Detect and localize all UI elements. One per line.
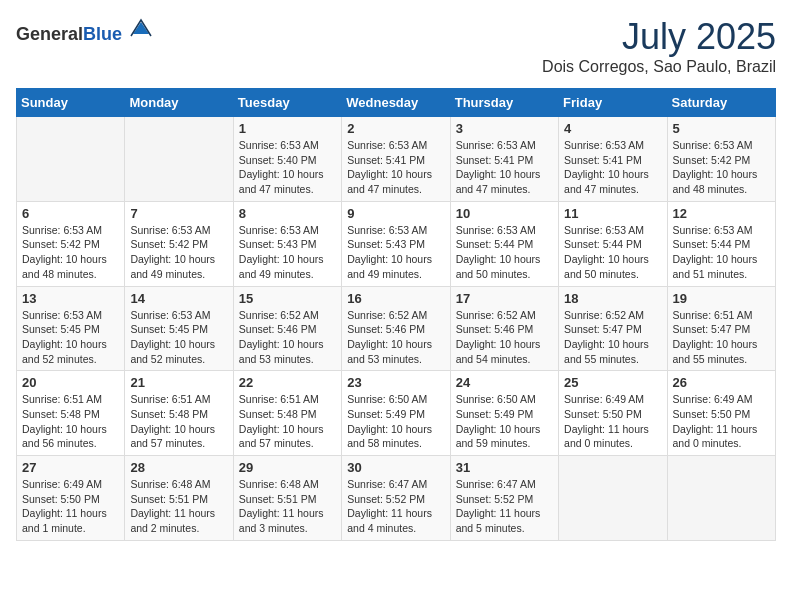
day-info: Sunrise: 6:53 AM Sunset: 5:40 PM Dayligh… [239,138,336,197]
calendar-day-cell [559,456,667,541]
day-number: 19 [673,291,770,306]
calendar-day-cell: 14Sunrise: 6:53 AM Sunset: 5:45 PM Dayli… [125,286,233,371]
day-info: Sunrise: 6:53 AM Sunset: 5:43 PM Dayligh… [347,223,444,282]
day-info: Sunrise: 6:53 AM Sunset: 5:44 PM Dayligh… [673,223,770,282]
calendar-day-cell: 11Sunrise: 6:53 AM Sunset: 5:44 PM Dayli… [559,201,667,286]
day-number: 14 [130,291,227,306]
weekday-header-friday: Friday [559,89,667,117]
weekday-header-row: SundayMondayTuesdayWednesdayThursdayFrid… [17,89,776,117]
day-info: Sunrise: 6:52 AM Sunset: 5:46 PM Dayligh… [347,308,444,367]
weekday-header-tuesday: Tuesday [233,89,341,117]
logo-blue: Blue [83,24,122,44]
calendar-day-cell: 19Sunrise: 6:51 AM Sunset: 5:47 PM Dayli… [667,286,775,371]
day-number: 20 [22,375,119,390]
day-info: Sunrise: 6:51 AM Sunset: 5:48 PM Dayligh… [22,392,119,451]
calendar-day-cell: 17Sunrise: 6:52 AM Sunset: 5:46 PM Dayli… [450,286,558,371]
day-info: Sunrise: 6:53 AM Sunset: 5:45 PM Dayligh… [22,308,119,367]
month-title: July 2025 [542,16,776,58]
day-number: 5 [673,121,770,136]
day-number: 10 [456,206,553,221]
day-number: 2 [347,121,444,136]
calendar-day-cell: 4Sunrise: 6:53 AM Sunset: 5:41 PM Daylig… [559,117,667,202]
day-info: Sunrise: 6:53 AM Sunset: 5:42 PM Dayligh… [673,138,770,197]
page-header: GeneralBlue July 2025 Dois Corregos, Sao… [16,16,776,76]
calendar-day-cell: 9Sunrise: 6:53 AM Sunset: 5:43 PM Daylig… [342,201,450,286]
day-info: Sunrise: 6:52 AM Sunset: 5:46 PM Dayligh… [239,308,336,367]
calendar-day-cell: 3Sunrise: 6:53 AM Sunset: 5:41 PM Daylig… [450,117,558,202]
logo-general: General [16,24,83,44]
weekday-header-sunday: Sunday [17,89,125,117]
calendar-day-cell: 7Sunrise: 6:53 AM Sunset: 5:42 PM Daylig… [125,201,233,286]
calendar-day-cell: 21Sunrise: 6:51 AM Sunset: 5:48 PM Dayli… [125,371,233,456]
day-number: 31 [456,460,553,475]
day-info: Sunrise: 6:53 AM Sunset: 5:44 PM Dayligh… [564,223,661,282]
day-number: 23 [347,375,444,390]
logo-text: GeneralBlue [16,16,153,45]
calendar-week-row: 27Sunrise: 6:49 AM Sunset: 5:50 PM Dayli… [17,456,776,541]
calendar-day-cell: 5Sunrise: 6:53 AM Sunset: 5:42 PM Daylig… [667,117,775,202]
day-info: Sunrise: 6:49 AM Sunset: 5:50 PM Dayligh… [564,392,661,451]
calendar-day-cell: 15Sunrise: 6:52 AM Sunset: 5:46 PM Dayli… [233,286,341,371]
calendar-day-cell: 31Sunrise: 6:47 AM Sunset: 5:52 PM Dayli… [450,456,558,541]
day-info: Sunrise: 6:53 AM Sunset: 5:42 PM Dayligh… [130,223,227,282]
day-number: 13 [22,291,119,306]
weekday-header-wednesday: Wednesday [342,89,450,117]
calendar-day-cell: 1Sunrise: 6:53 AM Sunset: 5:40 PM Daylig… [233,117,341,202]
calendar-day-cell [667,456,775,541]
day-info: Sunrise: 6:47 AM Sunset: 5:52 PM Dayligh… [456,477,553,536]
day-info: Sunrise: 6:53 AM Sunset: 5:41 PM Dayligh… [564,138,661,197]
day-number: 12 [673,206,770,221]
day-number: 17 [456,291,553,306]
day-number: 8 [239,206,336,221]
logo-icon [129,16,153,40]
calendar-day-cell: 13Sunrise: 6:53 AM Sunset: 5:45 PM Dayli… [17,286,125,371]
day-number: 28 [130,460,227,475]
day-info: Sunrise: 6:52 AM Sunset: 5:47 PM Dayligh… [564,308,661,367]
calendar-week-row: 1Sunrise: 6:53 AM Sunset: 5:40 PM Daylig… [17,117,776,202]
calendar-table: SundayMondayTuesdayWednesdayThursdayFrid… [16,88,776,541]
day-info: Sunrise: 6:51 AM Sunset: 5:47 PM Dayligh… [673,308,770,367]
day-number: 27 [22,460,119,475]
calendar-day-cell: 12Sunrise: 6:53 AM Sunset: 5:44 PM Dayli… [667,201,775,286]
day-info: Sunrise: 6:53 AM Sunset: 5:41 PM Dayligh… [456,138,553,197]
day-info: Sunrise: 6:53 AM Sunset: 5:44 PM Dayligh… [456,223,553,282]
calendar-day-cell: 6Sunrise: 6:53 AM Sunset: 5:42 PM Daylig… [17,201,125,286]
calendar-day-cell: 27Sunrise: 6:49 AM Sunset: 5:50 PM Dayli… [17,456,125,541]
calendar-day-cell: 24Sunrise: 6:50 AM Sunset: 5:49 PM Dayli… [450,371,558,456]
day-number: 6 [22,206,119,221]
day-number: 16 [347,291,444,306]
day-info: Sunrise: 6:50 AM Sunset: 5:49 PM Dayligh… [456,392,553,451]
day-number: 1 [239,121,336,136]
day-number: 15 [239,291,336,306]
calendar-day-cell [17,117,125,202]
calendar-day-cell: 20Sunrise: 6:51 AM Sunset: 5:48 PM Dayli… [17,371,125,456]
day-info: Sunrise: 6:53 AM Sunset: 5:41 PM Dayligh… [347,138,444,197]
day-number: 26 [673,375,770,390]
day-number: 22 [239,375,336,390]
day-number: 30 [347,460,444,475]
title-block: July 2025 Dois Corregos, Sao Paulo, Braz… [542,16,776,76]
calendar-day-cell: 10Sunrise: 6:53 AM Sunset: 5:44 PM Dayli… [450,201,558,286]
day-info: Sunrise: 6:48 AM Sunset: 5:51 PM Dayligh… [130,477,227,536]
calendar-day-cell: 8Sunrise: 6:53 AM Sunset: 5:43 PM Daylig… [233,201,341,286]
calendar-day-cell [125,117,233,202]
day-info: Sunrise: 6:50 AM Sunset: 5:49 PM Dayligh… [347,392,444,451]
day-info: Sunrise: 6:51 AM Sunset: 5:48 PM Dayligh… [130,392,227,451]
calendar-week-row: 20Sunrise: 6:51 AM Sunset: 5:48 PM Dayli… [17,371,776,456]
calendar-week-row: 13Sunrise: 6:53 AM Sunset: 5:45 PM Dayli… [17,286,776,371]
calendar-week-row: 6Sunrise: 6:53 AM Sunset: 5:42 PM Daylig… [17,201,776,286]
calendar-day-cell: 23Sunrise: 6:50 AM Sunset: 5:49 PM Dayli… [342,371,450,456]
day-number: 21 [130,375,227,390]
day-info: Sunrise: 6:47 AM Sunset: 5:52 PM Dayligh… [347,477,444,536]
day-info: Sunrise: 6:51 AM Sunset: 5:48 PM Dayligh… [239,392,336,451]
calendar-day-cell: 16Sunrise: 6:52 AM Sunset: 5:46 PM Dayli… [342,286,450,371]
day-info: Sunrise: 6:53 AM Sunset: 5:43 PM Dayligh… [239,223,336,282]
day-number: 24 [456,375,553,390]
calendar-day-cell: 18Sunrise: 6:52 AM Sunset: 5:47 PM Dayli… [559,286,667,371]
day-number: 25 [564,375,661,390]
day-info: Sunrise: 6:49 AM Sunset: 5:50 PM Dayligh… [673,392,770,451]
weekday-header-monday: Monday [125,89,233,117]
day-number: 11 [564,206,661,221]
day-info: Sunrise: 6:52 AM Sunset: 5:46 PM Dayligh… [456,308,553,367]
day-number: 4 [564,121,661,136]
